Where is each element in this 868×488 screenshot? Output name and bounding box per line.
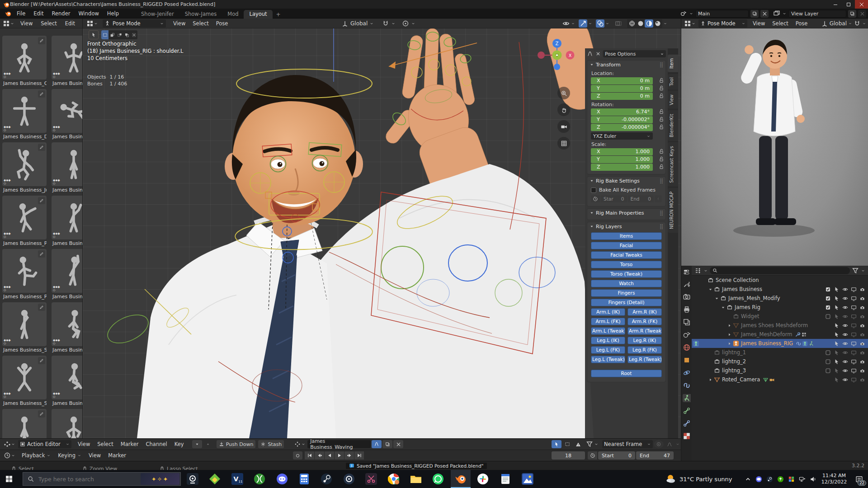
properties-tab-object[interactable] (683, 356, 691, 364)
bake-clock-button[interactable] (591, 195, 600, 202)
asset-item[interactable]: ◆▪◆◇James Business_Sit... (2, 356, 47, 406)
rotation-mode-dropdown[interactable]: YXZ Euler (591, 132, 653, 140)
tray-speaker-icon[interactable] (807, 470, 818, 488)
properties-tab-view-layer[interactable] (683, 318, 691, 326)
taskbar-app-steam[interactable] (316, 470, 336, 488)
n-panel-tab-item[interactable]: Item (668, 55, 678, 72)
select-invert-mode[interactable] (123, 30, 130, 39)
asset-item[interactable]: ◆▪◆◇James Business_Poi (52, 249, 82, 300)
menu-select[interactable]: Select (189, 19, 212, 28)
asset-browser-editor-icon[interactable] (3, 20, 10, 27)
chevron-down-icon[interactable] (369, 20, 374, 27)
current-frame-field[interactable]: 18 (552, 451, 585, 460)
pointer-toggle-icon[interactable] (834, 350, 840, 356)
transform-field-y[interactable]: Y1.000 (591, 156, 653, 163)
camera-toggle-icon[interactable] (859, 332, 865, 338)
close-button[interactable] (855, 0, 868, 9)
transform-field-x[interactable]: X0 m (591, 77, 653, 84)
menu-view[interactable]: View (74, 439, 94, 449)
move-down-button[interactable] (192, 440, 202, 448)
snap-magnet-icon[interactable] (854, 20, 861, 27)
chevron-down-icon[interactable] (588, 20, 592, 27)
expand-icon[interactable] (708, 377, 713, 382)
camera-toggle-icon[interactable] (859, 314, 865, 319)
properties-tab-world[interactable] (683, 343, 691, 352)
outliner-row[interactable]: James Business (692, 285, 868, 294)
drag-handle-icon[interactable]: ⣿ (660, 62, 663, 68)
pointer-toggle-icon[interactable] (834, 305, 840, 310)
notification-center-button[interactable]: 22 (850, 470, 868, 488)
rig-layer-button[interactable]: Arm.R (FK) (627, 318, 662, 325)
collection-checkbox[interactable] (825, 296, 831, 301)
drag-handle-icon[interactable]: ⣿ (660, 178, 663, 184)
drag-handle-icon[interactable]: ⣿ (660, 210, 663, 216)
taskbar-clock[interactable]: 11:42 AM 12/3/2022 (818, 473, 850, 485)
tray-up-icon[interactable] (775, 470, 786, 488)
jump-start-button[interactable] (305, 451, 314, 460)
transform-orientation-icon[interactable] (341, 20, 349, 27)
camera-toggle-icon[interactable] (859, 323, 865, 328)
taskbar-app-chrome[interactable] (384, 470, 404, 488)
chevron-down-icon[interactable] (301, 441, 306, 448)
shading-wireframe-button[interactable] (627, 19, 636, 28)
edit-asset-icon[interactable] (38, 250, 45, 258)
scene-selector[interactable]: Main (695, 10, 749, 18)
auto-keyframe-button[interactable] (293, 451, 302, 460)
edit-asset-icon[interactable] (38, 197, 45, 204)
lock-icon[interactable] (658, 164, 665, 170)
push-down-button[interactable]: Push Down (217, 440, 256, 448)
taskbar-app-whatsapp[interactable] (428, 470, 448, 488)
menu-view[interactable]: View (749, 19, 769, 28)
lock-icon[interactable] (658, 85, 665, 91)
collection-checkbox[interactable] (825, 368, 831, 374)
bake-all-keyed-checkbox[interactable]: Bake All Keyed Frames (591, 187, 662, 193)
frame-start-field[interactable]: Start0 (598, 451, 635, 460)
camera-toggle-icon[interactable] (859, 368, 865, 374)
rig-layer-button[interactable]: Leg.R (FK) (627, 346, 662, 354)
chevron-down-icon[interactable] (663, 20, 667, 27)
show-overlays-button[interactable] (596, 19, 604, 28)
stash-button[interactable]: Stash (258, 440, 284, 448)
asset-item[interactable]: ◆▪◆◇James Business_Ju... (2, 142, 47, 193)
dope-mode-selector[interactable]: Action Editor (18, 440, 71, 448)
edit-asset-icon[interactable] (38, 357, 45, 364)
snap-mode-dropdown[interactable]: Nearest Frame (602, 440, 653, 448)
outliner-row[interactable]: James Business_RIG (692, 339, 868, 348)
asset-item[interactable]: ◆▪◆◇ (2, 409, 47, 438)
eye-toggle-icon[interactable] (842, 368, 848, 374)
screen-toggle-icon[interactable] (851, 350, 857, 356)
tray-discord-icon[interactable] (753, 470, 764, 488)
maximize-button[interactable] (842, 0, 855, 9)
chevron-down-icon[interactable] (11, 441, 15, 448)
tray-chevron-icon[interactable] (742, 470, 753, 488)
menu-help[interactable]: Help (103, 9, 123, 19)
rig-layer-button[interactable]: Leg.L (FK) (591, 346, 625, 354)
pointer-toggle-icon[interactable] (834, 341, 840, 347)
rig-layers-header[interactable]: Rig Layers⣿ (587, 222, 665, 230)
select-intersect-mode[interactable] (130, 30, 137, 39)
asset-item[interactable]: ◆▪◆◇James Business_Co... (2, 36, 47, 86)
taskbar-app-slack[interactable] (473, 470, 493, 488)
eye-toggle-icon[interactable] (842, 350, 848, 356)
rig-layer-button[interactable]: Arm.L (Tweak) (591, 327, 625, 335)
screen-toggle-icon[interactable] (851, 323, 857, 328)
zoom-button[interactable] (557, 87, 570, 99)
select-extend-mode[interactable] (108, 30, 116, 39)
n-panel-tab-view[interactable]: View (668, 91, 678, 109)
camera-toggle-icon[interactable] (859, 377, 865, 383)
asset-item[interactable]: ◆▪◆◇James Business_In ... (52, 89, 82, 140)
orientation-label[interactable]: Global (830, 20, 847, 27)
asset-menu-select[interactable]: Select (37, 19, 61, 28)
errors-filter-icon[interactable] (573, 440, 583, 448)
menu-view[interactable]: View (170, 19, 189, 28)
menu-file[interactable]: File (13, 9, 29, 19)
edit-asset-icon[interactable] (38, 304, 45, 311)
rig-main-properties-header[interactable]: Rig Main Properties⣿ (587, 209, 665, 217)
transform-field-z[interactable]: Z1.000 (591, 164, 653, 171)
transform-field-z[interactable]: Z-0.000004° (591, 124, 653, 131)
viewport-editor-icon[interactable] (684, 20, 691, 27)
workspace-tab-mod[interactable]: Mod (222, 10, 244, 19)
only-selected-button[interactable] (552, 440, 561, 448)
scene-icon[interactable] (680, 10, 687, 17)
taskbar-app-snip[interactable] (361, 470, 381, 488)
